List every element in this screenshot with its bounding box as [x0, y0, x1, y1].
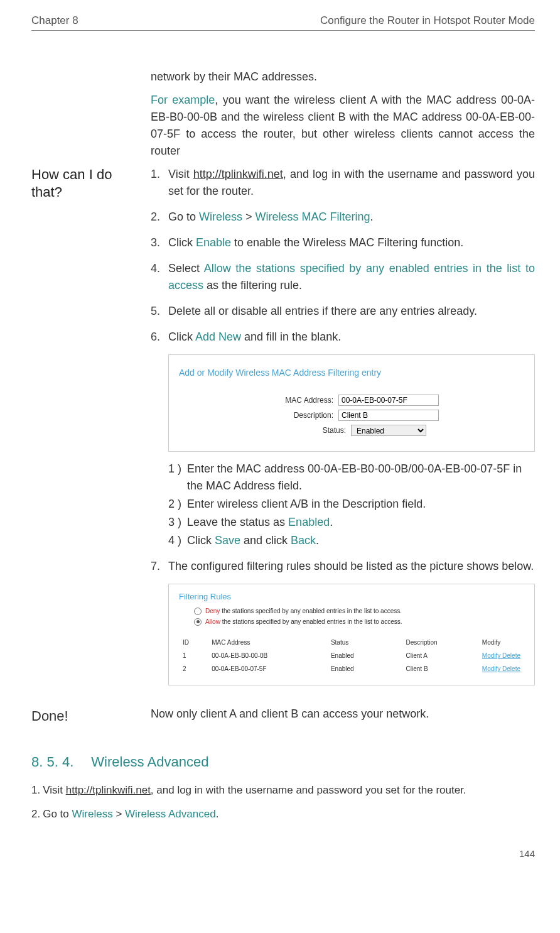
example-label: For example	[151, 94, 215, 106]
step-6: 6. Click Add New and fill in the blank.	[151, 329, 535, 346]
bottom-step-1: 1.Visit http://tplinkwifi.net, and log i…	[31, 782, 535, 799]
step-2: 2. Go to Wireless > Wireless MAC Filteri…	[151, 209, 535, 226]
step-num: 3.	[151, 234, 168, 251]
allow-word: Allow	[205, 618, 220, 625]
done-text: Now only client A and client B can acces…	[151, 706, 535, 726]
cell-mac: 00-0A-EB-00-07-5F	[209, 663, 327, 675]
substep-3: 3 ) Leave the status as Enabled.	[168, 514, 535, 531]
step-num: 4.	[151, 260, 168, 294]
step-num: 5.	[151, 303, 168, 320]
preface-example: For example, you want the wireless clien…	[151, 92, 535, 160]
cell-id: 1	[180, 650, 208, 662]
screenshot-filtering-rules: Filtering Rules Deny the stations specif…	[168, 584, 535, 686]
deny-word: Deny	[205, 608, 220, 614]
sub-text: and click	[240, 534, 291, 547]
table-row: 2 00-0A-EB-00-07-5F Enabled Client B Mod…	[180, 663, 523, 675]
allow-text: the stations specified by any enabled en…	[220, 618, 402, 625]
table-row: 1 00-0A-EB-B0-00-0B Enabled Client A Mod…	[180, 650, 523, 662]
step-num: 1.	[151, 166, 168, 200]
tplink-url[interactable]: http://tplinkwifi.net	[66, 784, 151, 796]
section-number: 8. 5. 4.	[31, 754, 73, 770]
step-text: and fill in the blank.	[241, 330, 341, 343]
section-heading: 8. 5. 4.Wireless Advanced	[31, 751, 535, 772]
sub-text: Enter wireless client A/B in the Descrip…	[187, 496, 535, 513]
save-label: Save	[215, 534, 240, 547]
menu-wireless: Wireless	[199, 210, 242, 223]
step-1: 1. Visit http://tplinkwifi.net, and log …	[151, 166, 535, 200]
sub-text: Click	[187, 534, 215, 547]
rules-title: Filtering Rules	[179, 591, 524, 603]
cell-status: Enabled	[328, 650, 402, 662]
enable-label: Enable	[196, 236, 231, 249]
sub-num: 1 )	[168, 461, 187, 494]
substep-1: 1 ) Enter the MAC address 00-0A-EB-B0-00…	[168, 461, 535, 494]
enabled-label: Enabled	[288, 516, 330, 528]
substep-2: 2 ) Enter wireless client A/B in the Des…	[168, 496, 535, 513]
step-text: Go to	[43, 808, 72, 820]
cell-desc: Client A	[404, 650, 478, 662]
cell-status: Enabled	[328, 663, 402, 675]
step-text: Visit	[43, 784, 66, 796]
cell-id: 2	[180, 663, 208, 675]
step-text: .	[216, 808, 219, 820]
step-num: 7.	[151, 558, 168, 575]
step-num: 2.	[151, 209, 168, 226]
desc-label: Description:	[264, 410, 333, 421]
back-label: Back	[291, 534, 316, 547]
col-desc: Description	[404, 636, 478, 648]
substep-4: 4 ) Click Save and click Back.	[168, 532, 535, 549]
step-text: The configured filtering rules should be…	[168, 558, 535, 575]
step-text: Go to	[168, 210, 199, 223]
step-text: to enable the Wireless MAC Filtering fun…	[231, 236, 463, 249]
step-text: Delete all or disable all entries if the…	[168, 303, 535, 320]
tplink-url[interactable]: http://tplinkwifi.net	[193, 168, 283, 180]
page-header: Chapter 8 Configure the Router in Hotspo…	[31, 13, 535, 31]
description-input[interactable]	[338, 410, 439, 421]
page-number: 144	[31, 847, 535, 861]
page-title: Configure the Router in Hotspot Router M…	[320, 13, 535, 29]
allow-rule[interactable]: Allow the stations specified by any enab…	[194, 617, 524, 626]
col-status: Status	[328, 636, 402, 648]
col-id: ID	[180, 636, 208, 648]
menu-wireless: Wireless	[72, 808, 113, 820]
sub-text: .	[330, 516, 333, 528]
bottom-step-2: 2.Go to Wireless > Wireless Advanced.	[31, 806, 535, 822]
chapter-label: Chapter 8	[31, 13, 78, 29]
col-mac: MAC Address	[209, 636, 327, 648]
screenshot-add-entry: Add or Modify Wireless MAC Address Filte…	[168, 354, 535, 452]
step-text: Visit	[168, 168, 193, 180]
step-num: 6.	[151, 329, 168, 346]
cell-modify-link[interactable]: Modify Delete	[480, 650, 523, 662]
step-text: Select	[168, 262, 204, 275]
step-4: 4. Select Allow the stations specified b…	[151, 260, 535, 294]
step-7: 7. The configured filtering rules should…	[151, 558, 535, 575]
rules-table: ID MAC Address Status Description Modify…	[179, 635, 524, 676]
step-text: , and log in with the username and passw…	[151, 784, 466, 796]
shot-title: Add or Modify Wireless MAC Address Filte…	[179, 366, 524, 379]
menu-wireless-advanced: Wireless Advanced	[125, 808, 216, 820]
status-select[interactable]: Enabled	[351, 425, 426, 436]
step-text: Click	[168, 330, 195, 343]
deny-text: the stations specified by any enabled en…	[220, 608, 402, 614]
mac-label: MAC Address:	[264, 395, 333, 406]
deny-rule[interactable]: Deny the stations specified by any enabl…	[194, 606, 524, 616]
radio-icon	[194, 608, 202, 615]
table-header: ID MAC Address Status Description Modify	[180, 636, 523, 648]
step-num: 2.	[31, 808, 40, 820]
sep: >	[242, 210, 256, 223]
menu-mac-filtering: Wireless MAC Filtering	[256, 210, 370, 223]
add-new-label: Add New	[195, 330, 241, 343]
sub-num: 4 )	[168, 532, 187, 549]
col-modify: Modify	[480, 636, 523, 648]
mac-input[interactable]	[338, 395, 439, 406]
cell-desc: Client B	[404, 663, 478, 675]
cell-mac: 00-0A-EB-B0-00-0B	[209, 650, 327, 662]
preface-line: network by their MAC addresses.	[151, 68, 535, 85]
done-label: Done!	[31, 706, 138, 726]
step-3: 3. Click Enable to enable the Wireless M…	[151, 234, 535, 251]
side-heading: How can I do that?	[31, 166, 138, 695]
cell-modify-link[interactable]: Modify Delete	[480, 663, 523, 675]
section-title: Wireless Advanced	[91, 754, 208, 770]
sub-text: .	[316, 534, 319, 547]
sub-text: Leave the status as	[187, 516, 288, 528]
